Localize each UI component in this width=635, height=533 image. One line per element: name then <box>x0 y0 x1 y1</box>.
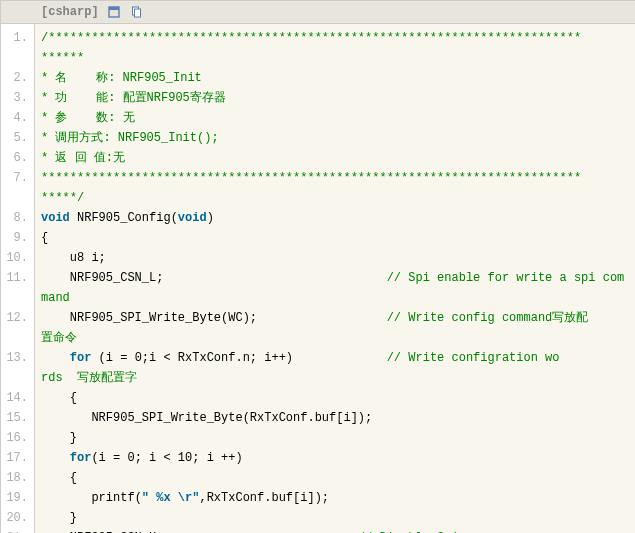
code-header: [csharp] <box>1 1 635 24</box>
code-line: for(i = 0; i < 10; i ++) <box>35 448 635 468</box>
code-line: for (i = 0;i < RxTxConf.n; i++) // Write… <box>35 348 635 368</box>
code-line: * 名 称: NRF905_Init <box>35 68 635 88</box>
line-number: 2. <box>1 68 34 88</box>
line-number: 12. <box>1 308 34 348</box>
code-line: NRF905_CSN_L; // Spi enable for write a … <box>35 268 635 288</box>
line-number: 7. <box>1 168 34 208</box>
code-area[interactable]: /***************************************… <box>35 24 635 533</box>
line-number: 15. <box>1 408 34 428</box>
line-number: 17. <box>1 448 34 468</box>
view-plain-icon[interactable] <box>107 5 121 19</box>
line-number: 9. <box>1 228 34 248</box>
code-line: NRF905_SPI_Write_Byte(WC); // Write conf… <box>35 308 635 328</box>
code-line: /***************************************… <box>35 28 635 48</box>
code-line: ****** <box>35 48 635 68</box>
line-number: 16. <box>1 428 34 448</box>
line-number: 3. <box>1 88 34 108</box>
code-line: { <box>35 468 635 488</box>
svg-rect-3 <box>134 9 140 17</box>
line-number: 19. <box>1 488 34 508</box>
code-line: ****************************************… <box>35 168 635 188</box>
line-number: 18. <box>1 468 34 488</box>
svg-rect-1 <box>109 7 119 10</box>
code-line: * 返 回 值:无 <box>35 148 635 168</box>
code-line: void NRF905_Config(void) <box>35 208 635 228</box>
code-line: NRF905_CSN_H; // Disable Spi <box>35 528 635 533</box>
line-number: 13. <box>1 348 34 388</box>
line-number: 14. <box>1 388 34 408</box>
code-line: mand <box>35 288 635 308</box>
code-line: { <box>35 228 635 248</box>
line-number: 1. <box>1 28 34 68</box>
line-gutter: 1.2.3.4.5.6.7.8.9.10.11.12.13.14.15.16.1… <box>1 24 35 533</box>
code-line: * 功 能: 配置NRF905寄存器 <box>35 88 635 108</box>
code-line: printf(" %x \r",RxTxConf.buf[i]); <box>35 488 635 508</box>
line-number: 8. <box>1 208 34 228</box>
code-body: 1.2.3.4.5.6.7.8.9.10.11.12.13.14.15.16.1… <box>1 24 635 533</box>
line-number: 20. <box>1 508 34 528</box>
line-number: 21. <box>1 528 34 533</box>
code-line: u8 i; <box>35 248 635 268</box>
line-number: 10. <box>1 248 34 268</box>
code-line: } <box>35 508 635 528</box>
code-block: [csharp] 1.2.3.4.5.6.7.8.9.10.11.12.13.1… <box>0 0 635 533</box>
line-number: 5. <box>1 128 34 148</box>
line-number: 11. <box>1 268 34 308</box>
copy-icon[interactable] <box>129 5 143 19</box>
code-line: * 参 数: 无 <box>35 108 635 128</box>
code-line: } <box>35 428 635 448</box>
code-line: rds 写放配置字 <box>35 368 635 388</box>
code-line: 置命令 <box>35 328 635 348</box>
code-line: *****/ <box>35 188 635 208</box>
line-number: 4. <box>1 108 34 128</box>
code-line: * 调用方式: NRF905_Init(); <box>35 128 635 148</box>
code-line: { <box>35 388 635 408</box>
line-number: 6. <box>1 148 34 168</box>
code-line: NRF905_SPI_Write_Byte(RxTxConf.buf[i]); <box>35 408 635 428</box>
language-label: [csharp] <box>41 5 99 19</box>
